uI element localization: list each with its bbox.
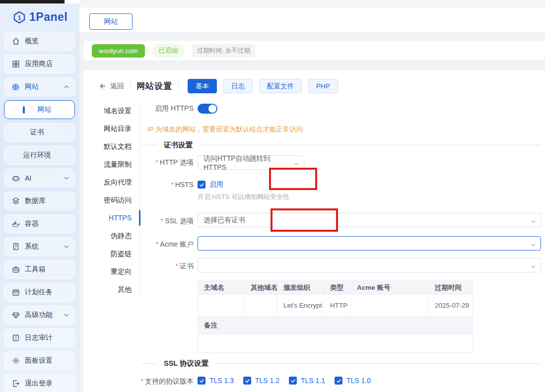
- workspace-tab-website[interactable]: 网站: [89, 13, 133, 30]
- checkbox-checked-icon[interactable]: [198, 377, 205, 385]
- remark-value-row: [198, 334, 473, 353]
- certificate-select[interactable]: [198, 258, 541, 272]
- subnav-other[interactable]: 其他: [83, 280, 139, 298]
- section-line: [199, 145, 541, 145]
- col-expire-time: 过期时间: [429, 281, 473, 295]
- ssl-protocol-section-title: SSL 协议设置: [164, 359, 208, 368]
- site-status-badge: 已启动: [152, 44, 185, 58]
- hsts-help-text: 开启 HSTS 可以增加网站安全性: [198, 193, 289, 201]
- site-expire-badge: 过期时间: 永不过期: [192, 44, 255, 58]
- tls12-checkbox-label[interactable]: TLS 1.2: [255, 377, 289, 385]
- chevron-down-icon: [531, 218, 536, 226]
- log-document-icon: [11, 334, 20, 342]
- calendar-icon: [11, 288, 20, 297]
- active-indicator-bar: [23, 106, 25, 114]
- section-line: [141, 145, 157, 145]
- col-primary-domain: 主域名: [198, 281, 245, 295]
- sidebar-item-website[interactable]: 网站: [4, 77, 75, 96]
- sidebar-item-advanced[interactable]: 高级功能: [4, 306, 75, 325]
- sidebar-item-toolbox[interactable]: 工具箱: [4, 260, 75, 279]
- sidebar-item-ai[interactable]: AI: [4, 169, 75, 188]
- content-area: 网站 woolyun.com 已启动 过期时间: 永不过期 返回 网站设置 基本…: [79, 0, 545, 392]
- certificate-table: 主域名 其他域名 颁发组织 类型 Acme 账号 过期时间 Let's Encr…: [198, 280, 473, 353]
- col-other-domains: 其他域名: [245, 281, 277, 295]
- back-label: 返回: [110, 82, 124, 91]
- sidebar-subitem-website[interactable]: 网站: [4, 100, 75, 119]
- server-icon: [11, 243, 20, 251]
- remark-header-row: 备注: [198, 317, 473, 334]
- checkbox-checked-icon[interactable]: [335, 377, 342, 385]
- checkbox-checked-icon[interactable]: [243, 377, 251, 385]
- tls13-checkbox-label[interactable]: TLS 1.3: [209, 377, 243, 385]
- certificate-table-row[interactable]: Let's Encrypt HTTP 2025-07-29: [198, 295, 473, 317]
- hsts-enable-checkbox-row: 启用: [198, 180, 223, 189]
- svg-text:1: 1: [17, 14, 21, 21]
- section-line: [141, 363, 157, 364]
- acme-account-select[interactable]: [198, 236, 541, 251]
- protocol-checkbox-group: TLS 1.3 TLS 1.2 TLS 1.1 TLS 1.0: [198, 377, 371, 385]
- tls10-checkbox-label[interactable]: TLS 1.0: [346, 377, 371, 385]
- site-domain-badge[interactable]: woolyun.com: [92, 44, 145, 58]
- tab-config-file[interactable]: 配置文件: [259, 79, 302, 93]
- 1panel-hexagon-logo-icon: 1: [13, 11, 26, 24]
- annotation-box-https-toggle: [269, 168, 317, 190]
- sidebar-item-database[interactable]: 数据库: [4, 192, 75, 210]
- sidebar-item-logout[interactable]: 退出登录: [4, 374, 75, 392]
- tab-php[interactable]: PHP: [308, 79, 338, 93]
- chevron-down-icon: [531, 241, 536, 249]
- top-strip: [79, 0, 545, 7]
- sidebar-item-panel-settings[interactable]: 面板设置: [4, 351, 75, 370]
- sidebar-item-cron[interactable]: 计划任务: [4, 283, 75, 302]
- cell-issuer: Let's Encrypt: [277, 295, 324, 317]
- checkbox-checked-icon[interactable]: [289, 377, 297, 385]
- sidebar: 1 1Panel 概览 应用商店 网站 网站 证书: [0, 3, 79, 392]
- page-title: 网站设置: [136, 80, 172, 92]
- home-icon: [11, 37, 20, 46]
- chevron-down-icon: [531, 263, 536, 271]
- page-root: 1 1Panel 概览 应用商店 网站 网站 证书: [0, 0, 545, 392]
- tab-basic[interactable]: 基本: [188, 79, 217, 93]
- globe-icon: [11, 83, 20, 91]
- checkbox-checked-icon[interactable]: [198, 181, 205, 189]
- certificate-label: *证书: [113, 262, 194, 271]
- sidebar-subitem-runtime[interactable]: 运行环境: [4, 146, 75, 165]
- header-divider: [130, 82, 131, 90]
- ssl-option-label: *SSL 选项: [113, 217, 194, 226]
- database-layers-icon: [11, 197, 20, 205]
- sidebar-item-container[interactable]: 容器: [4, 214, 75, 233]
- sidebar-item-log-audit[interactable]: 日志审计: [4, 328, 75, 347]
- hsts-label: *HSTS: [113, 181, 194, 189]
- cell-acme-account: [351, 295, 429, 317]
- ssl-option-select[interactable]: 选择已有证书: [198, 213, 541, 227]
- briefcase-icon: [11, 265, 20, 274]
- subnav-site-directory[interactable]: 网站目录: [83, 120, 139, 137]
- cert-settings-section-title: 证书设置: [164, 140, 193, 150]
- subnav-default-document[interactable]: 默认文档: [83, 137, 139, 155]
- cell-type: HTTP: [324, 295, 351, 317]
- back-button[interactable]: 返回: [98, 82, 124, 91]
- remark-label: 备注: [198, 317, 473, 334]
- section-line: [215, 363, 541, 364]
- hsts-checkbox-label[interactable]: 启用: [209, 180, 223, 189]
- grid-icon: [11, 60, 20, 68]
- sidebar-item-app-store[interactable]: 应用商店: [4, 55, 75, 73]
- sidebar-item-overview[interactable]: 概览: [4, 32, 75, 51]
- http-option-select[interactable]: 访问HTTP自动跳转到HTTPS: [198, 155, 304, 170]
- chevron-down-icon: [64, 244, 69, 250]
- cell-primary-domain: [198, 295, 245, 317]
- chevron-up-icon: [64, 84, 69, 90]
- tab-log[interactable]: 日志: [223, 79, 253, 93]
- tls11-checkbox-label[interactable]: TLS 1.1: [301, 377, 335, 385]
- brand-logo[interactable]: 1 1Panel: [0, 3, 79, 30]
- subnav-password-access[interactable]: 密码访问: [83, 191, 139, 209]
- https-toggle-label: 启用 HTTPS: [113, 104, 194, 113]
- sidebar-subitem-certificates[interactable]: 证书: [4, 123, 75, 142]
- chevron-down-icon: [64, 312, 69, 318]
- cert-settings-section-header: 证书设置: [141, 140, 541, 150]
- sidebar-menu: 概览 应用商店 网站 网站 证书 运行环境 A: [0, 30, 79, 392]
- certificate-table-header-row: 主域名 其他域名 颁发组织 类型 Acme 账号 过期时间: [198, 281, 473, 295]
- gear-icon: [11, 357, 20, 365]
- sidebar-item-system[interactable]: 系统: [4, 237, 75, 256]
- https-toggle-switch[interactable]: [198, 104, 217, 114]
- acme-account-label: *Acme 账户: [113, 240, 194, 249]
